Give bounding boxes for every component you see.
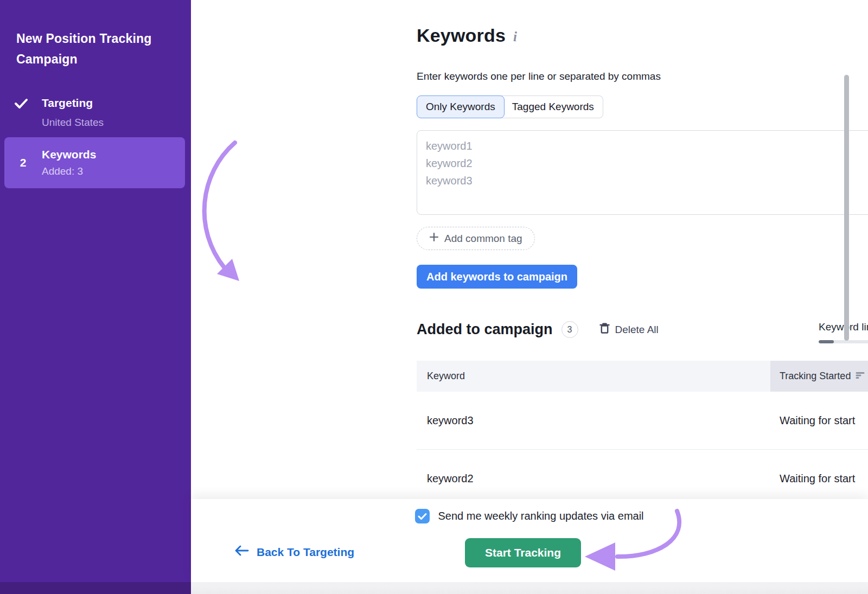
keyword-limit-progress (819, 340, 868, 343)
sidebar: New Position Tracking Campaign Targeting… (0, 0, 191, 582)
delete-all-button[interactable]: Delete All (599, 322, 659, 337)
added-count-badge: 3 (561, 321, 578, 338)
trash-icon (599, 322, 610, 337)
keyword-limit-progress-fill (819, 340, 834, 343)
added-to-campaign-section: Added to campaign 3 Delete All Keyword l… (417, 321, 868, 338)
table-row: keyword3 Waiting for start (417, 392, 868, 450)
modal-footer: Send me weekly ranking updates via email… (191, 499, 868, 582)
info-icon[interactable]: i (513, 25, 517, 44)
row-keyword: keyword2 (417, 472, 770, 485)
step-targeting-label: Targeting (42, 95, 104, 111)
add-common-tag-button[interactable]: Add common tag (417, 227, 535, 250)
weekly-updates-checkbox[interactable] (415, 509, 430, 523)
modal-bottom-edge (191, 582, 868, 594)
weekly-updates-label: Send me weekly ranking updates via email (438, 510, 643, 522)
step-keywords-added-count: Added: 3 (42, 164, 96, 178)
keyword-limit-label: Keyword limit (819, 321, 868, 333)
keyword-limit-block: Keyword limit 117/1500 (819, 321, 868, 343)
row-status: Waiting for start (770, 414, 868, 427)
tab-tagged-keywords[interactable]: Tagged Keywords (501, 95, 603, 118)
keywords-table: Keyword Tracking Started Action keyword3… (417, 361, 868, 508)
new-campaign-modal: New Position Tracking Campaign Targeting… (0, 0, 868, 594)
add-keywords-to-campaign-button[interactable]: Add keywords to campaign (417, 265, 577, 289)
vertical-scrollbar[interactable] (844, 75, 849, 341)
keyword-tabs: Only Keywords Tagged Keywords (417, 95, 603, 118)
campaign-title: New Position Tracking Campaign (0, 0, 191, 69)
sort-icon (856, 371, 865, 382)
added-to-campaign-title: Added to campaign (417, 321, 553, 338)
page-title: Keywords (417, 25, 506, 46)
step-targeting-value: United States (42, 115, 104, 130)
step-keywords-label: Keywords (42, 147, 96, 162)
row-status: Waiting for start (770, 472, 868, 485)
sidebar-step-targeting[interactable]: Targeting United States (0, 95, 191, 130)
arrow-left-icon (235, 545, 249, 559)
check-icon (14, 98, 28, 112)
sidebar-bottom-edge (0, 582, 191, 594)
back-to-targeting-link[interactable]: Back To Targeting (235, 545, 354, 559)
start-tracking-button[interactable]: Start Tracking (465, 538, 581, 567)
sidebar-step-keywords[interactable]: 2 Keywords Added: 3 (4, 137, 185, 188)
tab-only-keywords[interactable]: Only Keywords (417, 95, 505, 118)
main-panel: Keywords i Enter keywords one per line o… (191, 0, 868, 582)
keywords-hint-text: Enter keywords one per line or separated… (417, 71, 661, 82)
step-keywords-number: 2 (4, 156, 42, 169)
column-header-keyword: Keyword (417, 361, 770, 392)
table-header-row: Keyword Tracking Started Action (417, 361, 868, 392)
plus-icon (429, 232, 439, 245)
column-header-tracking-started[interactable]: Tracking Started (770, 361, 868, 392)
keywords-input[interactable] (417, 130, 868, 215)
row-keyword: keyword3 (417, 414, 770, 427)
